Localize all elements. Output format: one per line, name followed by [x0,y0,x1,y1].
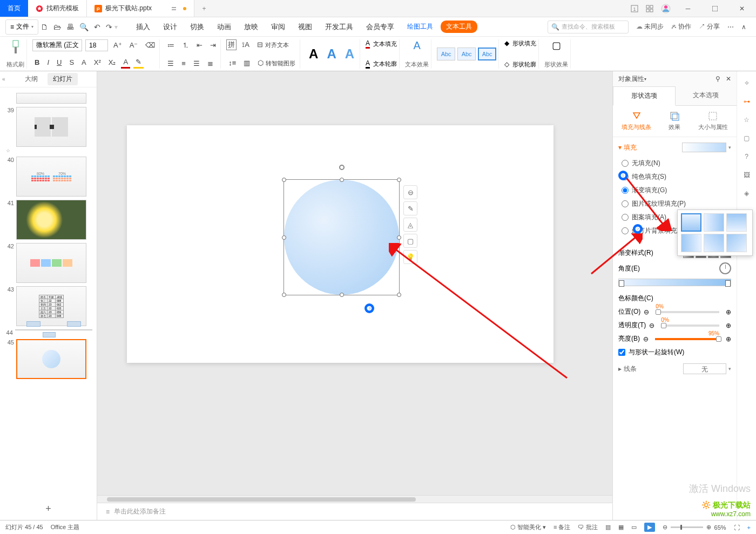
float-edit-icon[interactable]: ✎ [403,201,417,215]
menu-transition[interactable]: 切换 [185,20,210,34]
collapse-outline-icon[interactable]: « [2,76,5,82]
font-size-select[interactable] [85,39,108,51]
new-tab-button[interactable]: + [198,0,211,17]
fill-line-subtab[interactable]: 填充与线条 [622,111,651,131]
zoom-value[interactable]: 65% [714,524,726,531]
highlight-button[interactable]: ✎ [133,57,144,69]
smartart-button[interactable]: ⬡ 转智能图形 [255,58,298,69]
notes-placeholder[interactable]: 单击此处添加备注 [114,507,166,516]
gradient-stops[interactable] [618,279,731,286]
size-subtab[interactable]: 大小与属性 [698,111,728,131]
menu-review[interactable]: 审阅 [266,20,291,34]
wordart-style-2[interactable]: A [323,46,339,62]
font-color-button[interactable]: A [121,57,130,69]
underline-button[interactable]: U [55,57,64,67]
rail-location-icon[interactable]: ◈ [741,188,752,199]
rail-settings-icon[interactable]: ⊶ [741,96,752,107]
slide-thumb-39[interactable] [16,107,86,147]
file-tab[interactable]: P 极光下载站.pptx [87,0,194,17]
trans-minus-icon[interactable]: ⊖ [649,322,654,329]
menu-design[interactable]: 设计 [158,20,183,34]
rail-image-icon[interactable]: 🖼 [741,170,752,180]
effect-subtab[interactable]: 效果 [669,111,680,131]
resize-handle-n[interactable] [340,178,344,182]
text-options-tab[interactable]: 文本选项 [676,86,737,105]
decrease-font-icon[interactable]: A⁻ [127,40,140,50]
grad-preset-3[interactable] [726,213,747,232]
qat-print-icon[interactable]: 🖶 [66,23,74,31]
transparency-slider[interactable]: 0% [661,325,719,327]
qat-save-icon[interactable]: 🗋 [40,23,48,31]
bright-minus-icon[interactable]: ⊖ [643,335,649,343]
grad-preset-1[interactable] [681,213,701,232]
slide-thumb-40[interactable]: 80%70% [16,157,86,197]
wordart-style-3[interactable]: A [342,46,357,62]
fit-window-icon[interactable]: ⛶ [734,524,740,531]
qat-open-icon[interactable]: 🗁 [53,23,61,31]
text-effect-icon[interactable]: A [413,39,420,52]
slide-thumb-44[interactable] [15,329,92,330]
align-center-button[interactable]: ≡ [179,58,188,69]
slide-canvas[interactable]: ⊖ ✎ ◬ ▢ 💡 [127,125,554,363]
float-border-icon[interactable]: ▢ [403,234,417,248]
resize-handle-e[interactable] [397,235,401,240]
line-style-select[interactable]: 无 [683,363,726,374]
zoom-out-icon[interactable]: ⊖ [663,524,667,531]
menu-view[interactable]: 视图 [293,20,318,34]
resize-handle-se[interactable] [397,293,401,297]
avatar-icon[interactable] [661,4,671,13]
pos-minus-icon[interactable]: ⊖ [644,308,649,316]
font-select[interactable] [32,39,82,51]
comments-button[interactable]: 🗨 批注 [578,523,597,531]
resize-handle-s[interactable] [340,293,344,297]
align-right-button[interactable]: ☰ [191,58,202,69]
sync-status[interactable]: ☁ 未同步 [636,22,664,31]
resize-handle-ne[interactable] [397,178,401,182]
color-stop-right[interactable] [725,280,731,287]
view-sorter-icon[interactable]: ▦ [618,524,624,531]
selected-shape[interactable]: ⊖ ✎ ◬ ▢ 💡 [284,179,400,295]
pos-plus-icon[interactable]: ⊕ [726,308,731,316]
increase-font-icon[interactable]: A⁺ [111,40,124,50]
menu-insert[interactable]: 插入 [131,20,156,34]
trans-plus-icon[interactable]: ⊕ [726,322,731,329]
grad-preset-5[interactable] [704,234,724,252]
superscript-button[interactable]: X² [92,57,103,67]
minimize-button[interactable]: ─ [678,0,698,17]
menu-slideshow[interactable]: 放映 [239,20,264,34]
bright-plus-icon[interactable]: ⊕ [726,335,731,343]
grad-preset-4[interactable] [681,234,701,252]
grid-icon[interactable] [646,5,653,12]
rail-help-icon[interactable]: ? [741,151,752,162]
tab-list-icon[interactable] [171,6,177,11]
slide-thumb-43[interactable]: 姓名年龄成绩张三22688李四23662王五22633赵六23656孙七2364… [16,286,86,326]
view-normal-icon[interactable]: ▥ [605,524,611,531]
strike-button[interactable]: S [67,57,76,67]
menu-devtools[interactable]: 开发工具 [320,20,359,34]
float-idea-icon[interactable]: 💡 [403,250,417,264]
notes-button[interactable]: ≡ 备注 [554,523,570,531]
fill-section-header[interactable]: ▾ 填充 ▾ [618,143,731,152]
collab-button[interactable]: ዶ 协作 [671,22,691,31]
rail-slide-icon[interactable]: ▢ [741,133,752,144]
align-text-button[interactable]: ⊟ 对齐文本 [255,39,291,50]
shape-style-3[interactable]: Abc [478,48,496,60]
grad-preset-6[interactable] [726,234,747,252]
text-outline-button[interactable]: 文本轮廓 [373,60,397,68]
picture-fill-radio[interactable]: 图片或纹理填充(P) [618,197,731,211]
align-left-button[interactable]: ☰ [165,58,176,69]
rotate-with-shape-checkbox[interactable]: 与形状一起旋转(W) [618,346,731,359]
maximize-button[interactable] [705,0,725,17]
close-button[interactable]: ✕ [732,0,752,17]
shape-style-2[interactable]: Abc [457,48,476,60]
rotate-handle[interactable] [339,165,345,170]
shape-options-tab[interactable]: 形状选项 [613,86,676,106]
text-tools-tab[interactable]: 文本工具 [441,21,477,33]
view-slideshow-icon[interactable]: ▶ [644,523,655,532]
float-fill-icon[interactable]: ◬ [403,218,417,232]
numbering-button[interactable]: ⒈ [180,39,191,51]
brightness-slider[interactable]: 95% [655,338,719,340]
color-stop-left[interactable] [619,280,624,287]
template-tab[interactable]: 找稻壳模板 [28,0,87,17]
shape-fill-button[interactable]: 形状填充 [512,39,536,48]
